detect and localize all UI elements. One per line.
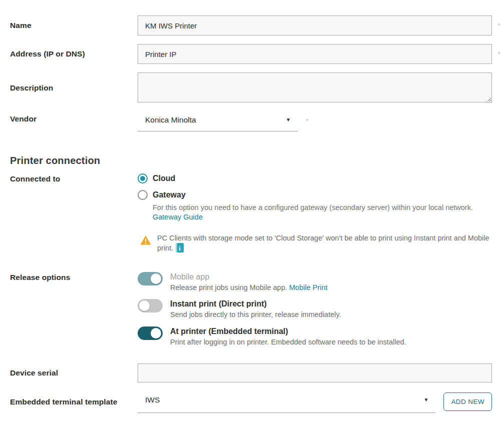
name-input[interactable] <box>138 16 492 36</box>
vendor-select[interactable]: Konica Minolta ▼ <box>138 112 298 132</box>
mobile-app-toggle[interactable] <box>138 272 163 286</box>
release-options-label: Release options <box>10 272 138 282</box>
address-required-asterisk: * <box>497 50 500 58</box>
release-option-at-printer: At printer (Embedded terminal) Print aft… <box>138 326 492 347</box>
embedded-terminal-template-label: Embedded terminal template <box>10 392 138 406</box>
chevron-down-icon: ▼ <box>286 118 291 122</box>
name-row: Name * <box>10 16 492 36</box>
vendor-required-asterisk: * <box>306 116 309 125</box>
name-label: Name <box>10 16 138 36</box>
at-printer-title: At printer (Embedded terminal) <box>170 326 406 336</box>
release-option-instant-print: Instant print (Direct print) Send jobs d… <box>138 299 492 320</box>
instant-print-title: Instant print (Direct print) <box>170 299 341 309</box>
address-row: Address (IP or DNS) * <box>10 44 492 64</box>
release-option-mobile-app: Mobile app Release print jobs using Mobi… <box>138 272 492 292</box>
description-textarea[interactable] <box>138 72 492 102</box>
printer-settings-form: Name * Address (IP or DNS) * Description… <box>0 0 504 413</box>
add-new-button[interactable]: ADD NEW <box>443 392 492 411</box>
radio-cloud-icon[interactable] <box>138 174 148 184</box>
embedded-terminal-template-row: Embedded terminal template IWS ▼ ADD NEW <box>10 392 492 413</box>
gateway-note: For this option you need to have a confi… <box>153 203 488 212</box>
embedded-terminal-template-select[interactable]: IWS ▼ <box>138 392 435 413</box>
device-serial-row: Device serial <box>10 364 492 382</box>
device-serial-input[interactable] <box>138 364 492 382</box>
gateway-guide-link[interactable]: Gateway Guide <box>153 213 203 221</box>
instant-print-toggle[interactable] <box>138 299 163 312</box>
warning-text: PC Clients with storage mode set to 'Clo… <box>157 234 490 253</box>
release-options-row: Release options Mobile app Release print… <box>10 272 492 347</box>
toggle-knob <box>151 328 161 338</box>
vendor-row: Vendor Konica Minolta ▼ * <box>10 112 492 132</box>
radio-cloud-label: Cloud <box>153 174 175 183</box>
mobile-print-link[interactable]: Mobile Print <box>289 284 328 292</box>
toggle-knob <box>151 274 161 284</box>
vendor-selected-value: Konica Minolta <box>145 116 196 124</box>
connected-to-row: Connected to Cloud Gateway For this opti… <box>10 174 492 222</box>
connected-to-label: Connected to <box>10 174 138 184</box>
vendor-label: Vendor <box>10 112 138 124</box>
chevron-down-icon: ▼ <box>424 398 429 402</box>
device-serial-label: Device serial <box>10 364 138 382</box>
mobile-app-title: Mobile app <box>170 272 327 282</box>
toggle-knob <box>139 300 150 311</box>
description-label: Description <box>10 72 138 92</box>
at-printer-description: Print after logging in on printer. Embed… <box>170 338 406 347</box>
radio-option-gateway[interactable]: Gateway <box>138 190 492 200</box>
radio-gateway-label: Gateway <box>153 190 186 200</box>
mobile-app-description: Release print jobs using Mobile app. Mob… <box>170 283 327 292</box>
printer-connection-title: Printer connection <box>10 155 492 166</box>
name-required-asterisk: * <box>497 21 500 30</box>
info-book-icon[interactable] <box>176 243 184 252</box>
instant-print-description: Send jobs directly to this printer, rele… <box>170 310 341 320</box>
at-printer-toggle[interactable] <box>138 326 163 340</box>
template-selected-value: IWS <box>145 396 160 404</box>
warning-row: PC Clients with storage mode set to 'Clo… <box>10 234 492 253</box>
radio-option-cloud[interactable]: Cloud <box>138 174 492 184</box>
radio-gateway-icon[interactable] <box>138 190 148 200</box>
address-input[interactable] <box>138 44 492 64</box>
warning-icon <box>140 235 151 245</box>
address-label: Address (IP or DNS) <box>10 44 138 64</box>
description-row: Description <box>10 72 492 102</box>
